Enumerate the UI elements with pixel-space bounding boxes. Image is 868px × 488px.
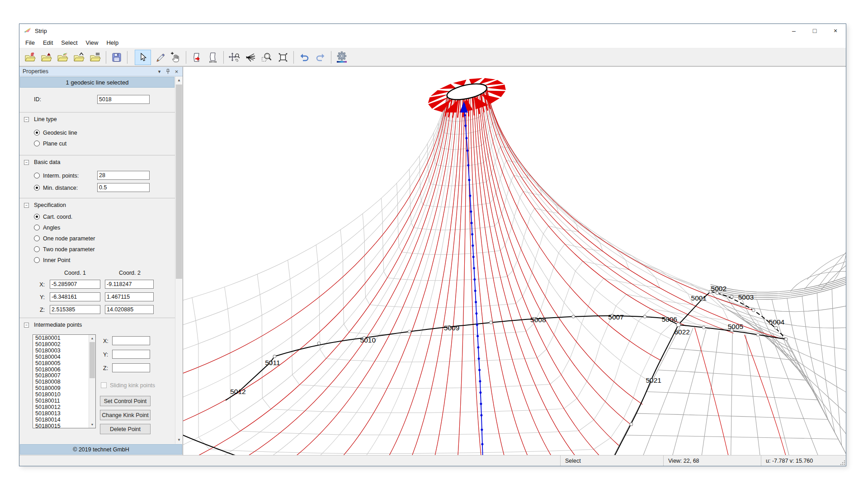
panel-pin-icon[interactable] xyxy=(164,68,172,75)
point-z-field[interactable] xyxy=(112,363,150,372)
panel-scrollbar[interactable]: ▲ ▼ xyxy=(175,76,183,444)
hand-add-icon xyxy=(170,52,181,63)
pan-zoom-tool-button[interactable] xyxy=(226,50,242,65)
minimize-button[interactable]: – xyxy=(783,24,804,38)
properties-panel: Properties ▾ × 1 geodesic line selected … xyxy=(19,67,183,455)
settings-button[interactable] xyxy=(334,50,350,65)
x-coord1-field[interactable] xyxy=(50,280,100,289)
list-scroll-down-icon[interactable]: ▼ xyxy=(89,421,95,428)
element-label-5009: 5009 xyxy=(444,324,459,332)
two-node-parameter-label: Two node parameter xyxy=(43,246,95,253)
plane-cut-radio[interactable] xyxy=(34,141,40,146)
min-distance-field[interactable] xyxy=(97,183,150,192)
cart-coord-radio[interactable] xyxy=(34,214,40,220)
rays-icon xyxy=(245,52,256,63)
cursor-icon xyxy=(137,52,148,63)
interm-points-field[interactable] xyxy=(97,171,150,180)
intermediate-point-item[interactable]: 50180008 xyxy=(33,379,88,385)
menu-edit[interactable]: Edit xyxy=(39,38,57,47)
collapse-line-type-icon[interactable]: − xyxy=(24,117,29,122)
collapse-basic-data-icon[interactable]: − xyxy=(24,160,29,165)
close-button[interactable]: × xyxy=(825,24,846,38)
menu-view[interactable]: View xyxy=(82,38,103,47)
grab-point-tool-button[interactable] xyxy=(167,50,184,65)
two-node-parameter-radio[interactable] xyxy=(34,246,40,252)
adjacent-mesh xyxy=(613,231,846,455)
menu-help[interactable]: Help xyxy=(102,38,123,47)
open-net-button[interactable] xyxy=(87,50,104,65)
element-label-5012: 5012 xyxy=(230,388,245,395)
undo-button[interactable] xyxy=(296,50,312,65)
draw-tool-button[interactable] xyxy=(151,50,167,65)
intermediate-points-section: − Intermediate points 501800015018000250… xyxy=(19,318,175,441)
collapse-specification-icon[interactable]: − xyxy=(24,203,29,208)
list-scroll-up-icon[interactable]: ▲ xyxy=(89,335,95,342)
intermediate-point-item[interactable]: 50180003 xyxy=(33,348,88,354)
panel-scroll-down-icon[interactable]: ▼ xyxy=(175,436,183,444)
intermediate-point-item[interactable]: 50180015 xyxy=(33,423,88,428)
y-coord1-field[interactable] xyxy=(50,292,100,301)
point-x-field[interactable] xyxy=(112,336,150,345)
strip-measure-button[interactable] xyxy=(205,50,221,65)
intermediate-point-item[interactable]: 50180012 xyxy=(33,404,88,411)
point-y-field[interactable] xyxy=(112,350,150,359)
x-coord2-field[interactable] xyxy=(105,280,154,289)
menu-file[interactable]: File xyxy=(21,38,39,47)
intermediate-point-item[interactable]: 50180004 xyxy=(33,354,88,361)
node-markers xyxy=(269,290,788,426)
model-viewport[interactable]: 5012501150105009500850075006602250215001… xyxy=(183,67,846,455)
panel-scroll-thumb[interactable] xyxy=(176,84,182,279)
geodesic-line-radio[interactable] xyxy=(34,130,40,136)
sliding-kink-points-checkbox[interactable] xyxy=(101,382,107,388)
collapse-intermediate-icon[interactable]: − xyxy=(24,323,29,328)
intermediate-point-item[interactable]: 50180007 xyxy=(33,373,88,379)
panel-close-icon[interactable]: × xyxy=(173,68,180,75)
one-node-parameter-radio[interactable] xyxy=(34,235,40,241)
id-field[interactable] xyxy=(97,95,150,104)
set-control-point-button[interactable]: Set Control Point xyxy=(100,396,151,406)
zoom-window-button[interactable] xyxy=(259,50,275,65)
menu-select[interactable]: Select xyxy=(57,38,81,47)
panel-menu-chevron-icon[interactable]: ▾ xyxy=(156,68,163,75)
z-coord2-field[interactable] xyxy=(105,305,154,314)
intermediate-point-item[interactable]: 50180009 xyxy=(33,385,88,392)
interm-points-radio[interactable] xyxy=(34,173,40,178)
open-strip-hash-button[interactable]: # xyxy=(22,50,38,65)
intermediate-point-item[interactable]: 50180010 xyxy=(33,392,88,398)
intermediate-point-item[interactable]: 50180001 xyxy=(33,335,88,342)
inner-point-radio[interactable] xyxy=(34,257,40,263)
change-kink-point-button[interactable]: Change Kink Point xyxy=(100,410,151,420)
status-mode: Select xyxy=(560,455,663,466)
save-button[interactable] xyxy=(108,50,125,65)
resize-grip[interactable] xyxy=(839,455,846,466)
list-scrollbar[interactable]: ▲ ▼ xyxy=(89,335,95,428)
redo-button[interactable] xyxy=(312,50,329,65)
select-tool-button[interactable] xyxy=(135,50,151,65)
z-coord1-field[interactable] xyxy=(50,305,100,314)
open-strip-project-button[interactable] xyxy=(55,50,71,65)
min-distance-radio[interactable] xyxy=(34,185,40,191)
specification-section: − Specification Cart. coord. Angles One … xyxy=(19,198,175,318)
open-strip-model-button[interactable] xyxy=(38,50,55,65)
intermediate-point-item[interactable]: 50180013 xyxy=(33,411,88,417)
delete-point-button[interactable]: Delete Point xyxy=(100,424,151,434)
intermediate-point-item[interactable]: 50180006 xyxy=(33,367,88,373)
zoom-extents-button[interactable] xyxy=(275,50,291,65)
element-label-5007: 5007 xyxy=(608,313,623,321)
perspective-rays-button[interactable] xyxy=(242,50,259,65)
intermediate-point-item[interactable]: 50180005 xyxy=(33,361,88,367)
maximize-button[interactable]: □ xyxy=(804,24,825,38)
intermediate-point-item[interactable]: 50180011 xyxy=(33,398,88,404)
status-bar: Select View: 22, 68 u: -7.787 v: 15.760 xyxy=(19,455,846,466)
page-measure-icon xyxy=(208,52,218,63)
list-scroll-thumb[interactable] xyxy=(90,342,95,378)
panel-scroll-up-icon[interactable]: ▲ xyxy=(175,76,183,84)
intermediate-point-item[interactable]: 50180002 xyxy=(33,342,88,348)
intermediate-points-list[interactable]: 5018000150180002501800035018000450180005… xyxy=(33,334,96,428)
open-surface-button[interactable] xyxy=(71,50,87,65)
intermediate-point-item[interactable]: 50180014 xyxy=(33,417,88,423)
membrane-scene[interactable]: 5012501150105009500850075006602250215001… xyxy=(183,67,846,455)
strip-flatten-button[interactable] xyxy=(189,50,205,65)
y-coord2-field[interactable] xyxy=(105,292,154,301)
angles-radio[interactable] xyxy=(34,225,40,230)
